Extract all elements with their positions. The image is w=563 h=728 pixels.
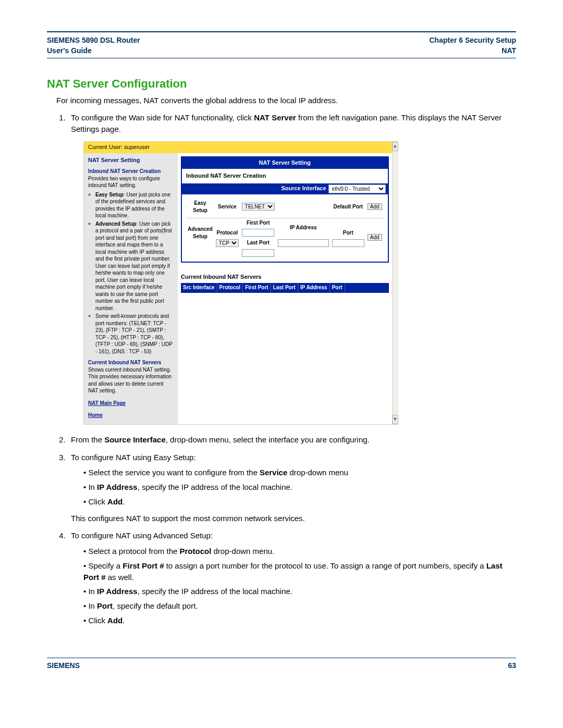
footer-page: 63 (508, 661, 516, 670)
steps-list: To configure the Wan side for NAT functi… (68, 112, 516, 626)
footer-brand: SIEMENS (47, 661, 80, 670)
nat-setting-group: NAT Server Setting Inbound NAT Server Cr… (181, 156, 389, 263)
router-screenshot: Current User: superuser NAT Server Setti… (83, 141, 398, 425)
page-footer: SIEMENS 63 (47, 658, 516, 670)
step-4: To configure NAT using Advanced Setup: S… (68, 530, 516, 626)
left-current-heading: Current Inbound NAT Servers (88, 359, 174, 366)
s4-bullet-5: Click Add. (83, 615, 516, 626)
scroll-track[interactable] (393, 151, 398, 415)
hdr-blank (345, 283, 357, 293)
hdr-first: First Port (243, 283, 271, 293)
page-header: SIEMENS 5890 DSL Router User's Guide Cha… (47, 35, 516, 58)
intro-paragraph: For incoming messages, NAT converts the … (56, 95, 516, 106)
header-left-line1: SIEMENS 5890 DSL Router (47, 35, 140, 46)
advanced-setup-label: Advanced Setup (186, 218, 214, 248)
home-link[interactable]: Home (88, 412, 174, 419)
current-inbound-title: Current Inbound NAT Servers (181, 273, 389, 281)
step-3: To configure NAT using Easy Setup: Selec… (68, 452, 516, 524)
ip-address-label: IP Address (276, 218, 331, 238)
right-panel: NAT Server Setting Inbound NAT Server Cr… (178, 153, 392, 424)
protocol-label: Protocol (214, 228, 240, 238)
hdr-proto: Protocol (217, 283, 243, 293)
left-title: NAT Server Setting (88, 156, 174, 164)
service-label: Service (214, 199, 240, 216)
scroll-up-button[interactable]: ▲ (393, 142, 398, 151)
header-left-line2: User's Guide (47, 46, 140, 56)
first-port-input[interactable] (242, 229, 274, 237)
hdr-ip: IP Address (298, 283, 330, 293)
hdr-src: Src Interface (181, 283, 217, 293)
left-current-desc: Shows current inbound NAT setting. This … (88, 366, 174, 394)
s3-after: This configures NAT to support the most … (71, 513, 516, 524)
nat-main-link[interactable]: NAT Main Page (88, 400, 174, 407)
scrollbar[interactable]: ▲ ▼ (392, 142, 398, 424)
protocol-select[interactable]: TCP (216, 239, 239, 247)
port-label: Port (331, 228, 366, 238)
current-user-bar: Current User: superuser (84, 142, 392, 153)
left-protocols-item: Some well-known protocols and port numbe… (95, 313, 174, 355)
left-panel: NAT Server Setting Inbound NAT Server Cr… (84, 153, 178, 424)
service-select[interactable]: TELNET (242, 203, 275, 211)
step-1: To configure the Wan side for NAT functi… (68, 112, 516, 425)
last-port-label: Last Port (240, 238, 276, 249)
s4-bullet-1: Select a protocol from the Protocol drop… (83, 546, 516, 557)
s4-bullet-4: In Port, specify the default port. (83, 600, 516, 612)
nat-form-table: Easy Setup Service TELNET Default Port A… (186, 199, 384, 258)
port-input[interactable] (332, 239, 364, 247)
left-adv-item: Advanced Setup: User can pick a protocol… (95, 220, 174, 312)
source-interface-row: Source Interface eth/0:0 - Trusted (182, 183, 388, 194)
section-title: NAT Server Configuration (47, 77, 516, 91)
advanced-add-button[interactable]: Add (368, 234, 382, 241)
source-interface-select[interactable]: eth/0:0 - Trusted (328, 184, 386, 193)
left-inbound-desc: Provides two ways to configure inbound N… (88, 175, 174, 189)
step-2: From the Source Interface, drop-down men… (68, 434, 516, 446)
last-port-input[interactable] (242, 249, 274, 257)
hdr-port: Port (330, 283, 345, 293)
source-interface-label: Source Interface (281, 184, 326, 193)
group-title: NAT Server Setting (182, 157, 388, 169)
hdr-last: Last Port (271, 283, 298, 293)
header-right-line1: Chapter 6 Security Setup (430, 35, 517, 46)
left-easy-item: Easy Setup: User just picks one of the p… (95, 191, 174, 219)
first-port-label: First Port (240, 218, 276, 228)
default-port-label: Default Port (331, 199, 366, 216)
ip-address-input[interactable] (278, 239, 329, 247)
s3-bullet-3: Click Add. (83, 496, 516, 508)
s3-bullet-2: In IP Address, specify the IP address of… (83, 482, 516, 493)
easy-setup-label: Easy Setup (186, 199, 214, 216)
header-right-line2: NAT (430, 46, 517, 56)
scroll-down-button[interactable]: ▼ (393, 415, 398, 424)
inbound-title: Inbound NAT Server Creation (186, 172, 384, 180)
current-inbound-header: Src Interface Protocol First Port Last P… (181, 283, 389, 293)
s4-bullet-3: In IP Address, specify the IP address of… (83, 586, 516, 597)
easy-add-button[interactable]: Add (368, 203, 382, 210)
left-inbound-heading: Inbound NAT Server Creation (88, 168, 174, 175)
s3-bullet-1: Select the service you want to configure… (83, 467, 516, 478)
s4-bullet-2: Specify a First Port # to assign a port … (83, 560, 516, 583)
top-rule (47, 31, 516, 32)
